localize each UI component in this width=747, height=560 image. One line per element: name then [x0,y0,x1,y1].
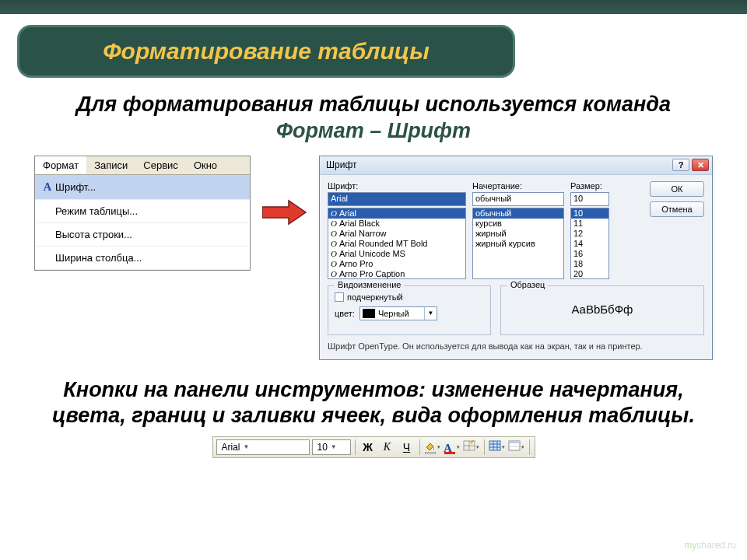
cancel-button[interactable]: Отмена [650,201,704,217]
menu-format[interactable]: Формат [35,156,86,174]
effects-legend: Видоизменение [335,280,404,289]
fill-color-button[interactable] [424,439,441,456]
list-item[interactable]: 14 [571,239,608,249]
menu-bar: Формат Записи Сервис Окно [35,156,250,175]
list-item[interactable]: OArial Black [328,219,465,229]
gridlines-button[interactable] [489,439,506,456]
font-size-value: 10 [317,442,328,453]
list-item[interactable]: 10 [571,208,608,219]
list-item[interactable]: 12 [571,229,608,239]
italic-button[interactable]: К [379,439,396,456]
style-listbox[interactable]: обычный курсив жирный жирный курсив [472,208,564,279]
help-button[interactable]: ? [672,159,689,171]
datasheet-icon [508,440,521,453]
menu-item-label: Шрифт... [55,181,244,193]
bold-button[interactable]: Ж [359,439,377,456]
formatting-toolbar: Arial ▼ 10 ▼ Ж К Ч A [212,436,535,458]
menu-window[interactable]: Окно [186,156,225,174]
chevron-down-icon: ▼ [244,443,250,450]
size-listbox[interactable]: 10 11 12 14 16 18 20 [570,208,609,279]
separator [529,439,530,455]
effects-group: Видоизменение подчеркнутый цвет: Черный … [328,285,491,335]
style-input[interactable]: обычный [472,192,564,206]
separator [355,439,356,455]
menu-service[interactable]: Сервис [135,156,186,174]
slide-title: Форматирование таблицы [17,25,515,78]
list-item[interactable]: жирный [473,229,563,239]
paint-bucket-icon [424,442,437,453]
menu-item-col-width[interactable]: Ширина столбца... [35,247,250,270]
close-button[interactable]: ✕ [692,159,709,171]
font-color-a-icon: A [444,442,456,453]
gridline-color-button[interactable] [463,439,480,456]
grid-color-icon [463,440,475,453]
slide-top-band [0,0,747,14]
list-item[interactable]: 18 [571,259,608,269]
sample-preview: AaBbБбФф [507,292,697,327]
list-item[interactable]: 16 [571,249,608,259]
intro-plain: Для форматирования таблицы используется … [76,93,671,116]
watermark: myshared.ru [684,540,736,551]
font-listbox[interactable]: OArial OArial Black OArial Narrow OArial… [328,208,466,279]
list-item[interactable]: OArial [328,208,465,219]
font-color-button[interactable]: A [444,439,461,456]
color-label: цвет: [335,309,355,318]
datasheet-style-button[interactable] [508,439,525,456]
font-name-input[interactable]: Arial [328,192,466,206]
gridlines-icon [489,440,501,453]
list-item[interactable]: обычный [473,208,563,219]
size-input[interactable]: 10 [570,192,609,206]
menu-item-row-height[interactable]: Высота строки... [35,223,250,247]
menu-item-label: Ширина столбца... [55,252,244,264]
separator [484,439,485,455]
svg-rect-4 [489,441,500,450]
list-item[interactable]: OArno Pro Caption [328,269,465,279]
svg-marker-0 [262,201,306,224]
font-name-value: Arial [222,442,240,453]
label-font: Шрифт: [328,181,466,191]
arrow-right-icon [261,199,308,226]
menu-item-label: Режим таблицы... [55,205,244,217]
list-item[interactable]: OArno Pro [328,259,465,269]
font-size-dropdown[interactable]: 10 ▼ [312,439,351,455]
list-item[interactable]: OArial Unicode MS [328,249,465,259]
label-size: Размер: [570,181,609,191]
font-name-dropdown[interactable]: Arial ▼ [216,439,310,455]
color-value: Черный [378,309,409,318]
list-item[interactable]: 11 [571,219,608,229]
chevron-down-icon: ▼ [424,307,437,320]
chevron-down-icon: ▼ [331,443,337,450]
dialog-hint: Шрифт OpenType. Он используется для выво… [328,341,704,352]
underline-button[interactable]: Ч [398,439,416,456]
intro-command: Формат – Шрифт [276,119,471,142]
underline-checkbox[interactable] [335,292,344,302]
separator [419,439,420,455]
bottom-paragraph: Кнопки на панели инструментов: изменение… [31,377,716,429]
list-item[interactable]: OArial Rounded MT Bold [328,239,465,249]
list-item[interactable]: жирный курсив [473,239,563,249]
font-letter-a-icon: A [40,180,55,194]
sample-legend: Образец [507,280,548,289]
menu-item-label: Высота строки... [55,229,244,240]
format-menu-screenshot: Формат Записи Сервис Окно A Шрифт... Реж… [34,156,251,271]
color-swatch-icon [363,309,375,318]
label-style: Начертание: [472,181,564,191]
menu-item-font[interactable]: A Шрифт... [35,175,250,200]
ok-button[interactable]: ОК [650,181,704,197]
menu-item-table-mode[interactable]: Режим таблицы... [35,200,250,223]
sample-group: Образец AaBbБбФф [500,285,704,335]
list-item[interactable]: OArial Narrow [328,229,465,239]
list-item[interactable]: курсив [473,219,563,229]
underline-label: подчеркнутый [347,292,403,302]
intro-text: Для форматирования таблицы используется … [31,92,716,145]
dialog-title: Шрифт [326,159,670,170]
font-dialog: Шрифт ? ✕ Шрифт: Arial OArial OArial Bla… [319,156,713,360]
menu-records[interactable]: Записи [86,156,135,174]
color-dropdown[interactable]: Черный ▼ [359,306,437,320]
svg-rect-10 [509,441,520,443]
list-item[interactable]: 20 [571,269,608,279]
